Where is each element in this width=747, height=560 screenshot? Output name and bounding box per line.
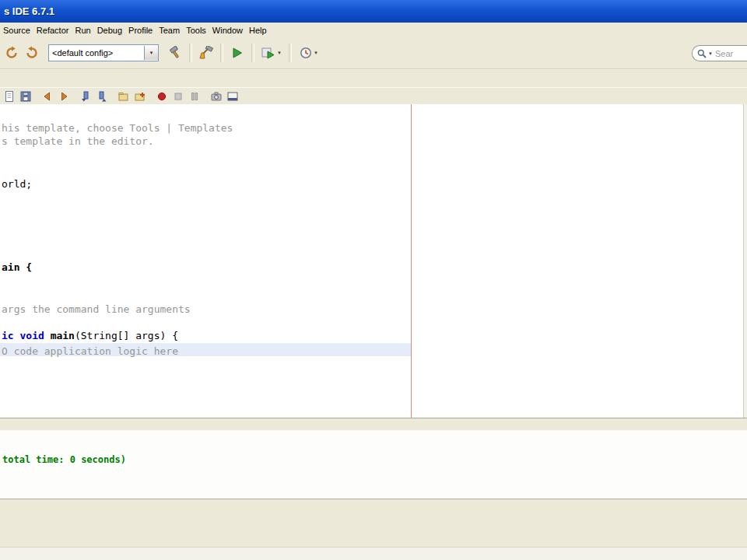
- snapshot-icon: [210, 90, 223, 103]
- menu-item-debug[interactable]: Debug: [94, 24, 125, 37]
- code-text: (String[] args) {: [75, 330, 178, 341]
- redo-icon: [25, 46, 39, 60]
- debug-project-button[interactable]: ▼: [258, 43, 285, 63]
- editor[interactable]: his template, choose Tools | Templates s…: [0, 104, 747, 418]
- secondary-toolbar: [0, 87, 747, 105]
- code-line: his template, choose Tools | Templates: [2, 121, 233, 135]
- forward-icon: [58, 90, 70, 103]
- debug-project-icon: [261, 47, 275, 59]
- clean-and-build-project-icon: [198, 46, 214, 60]
- menu-item-help[interactable]: Help: [246, 24, 270, 37]
- open-folder-icon: [117, 90, 130, 103]
- code-line: orld;: [2, 177, 32, 191]
- add-folder-icon: [134, 90, 146, 103]
- menu-item-tools[interactable]: Tools: [183, 24, 209, 37]
- add-folder-button[interactable]: [132, 89, 148, 104]
- pause-button[interactable]: [187, 89, 202, 104]
- build-project-icon: [168, 46, 182, 60]
- previous-bookmark-button[interactable]: [78, 89, 93, 104]
- chevron-down-icon: ▼: [708, 51, 713, 56]
- combo-dropdown-button[interactable]: ▼: [144, 46, 158, 60]
- run-project-button[interactable]: [227, 43, 247, 63]
- editor-scrollbar[interactable]: [743, 104, 747, 418]
- back-button[interactable]: [40, 89, 55, 104]
- output-panel: total time: 0 seconds): [0, 430, 747, 499]
- titlebar: s IDE 6.7.1: [0, 0, 747, 23]
- code-keyword: ic void: [2, 330, 51, 341]
- profile-project-icon: [300, 47, 312, 59]
- chevron-down-icon: ▼: [277, 51, 282, 55]
- search-icon: [697, 49, 707, 58]
- splitter[interactable]: [0, 418, 747, 431]
- chevron-down-icon: ▼: [314, 51, 318, 55]
- menu-item-run[interactable]: Run: [72, 24, 93, 37]
- toolbar-separator: [220, 44, 223, 62]
- previous-bookmark-icon: [79, 90, 92, 103]
- redo-button[interactable]: [22, 43, 42, 63]
- undo-button[interactable]: [2, 43, 22, 63]
- code-line: ain {: [2, 261, 32, 274]
- dock-window-button[interactable]: [225, 89, 240, 104]
- code-line: args the command line arguments: [2, 303, 191, 316]
- toolbar-separator: [189, 44, 192, 62]
- window-title: s IDE 6.7.1: [4, 5, 54, 17]
- next-bookmark-icon: [96, 90, 108, 103]
- dock-window-icon: [226, 90, 239, 103]
- config-combobox[interactable]: <default config> ▼: [48, 44, 159, 61]
- save-all-icon: [19, 90, 32, 103]
- code-line: O code application logic here: [2, 345, 178, 358]
- new-file-button[interactable]: [2, 89, 17, 104]
- menu-item-refactor[interactable]: Refactor: [33, 24, 72, 37]
- undo-icon: [5, 46, 19, 60]
- save-all-button[interactable]: [18, 89, 33, 104]
- record-button[interactable]: [154, 89, 170, 104]
- config-combobox-value: <default config>: [49, 48, 144, 58]
- status-bar: [0, 547, 747, 560]
- main-toolbar: <default config> ▼: [0, 37, 747, 69]
- menu-item-team[interactable]: Team: [156, 24, 183, 37]
- menu-item-window[interactable]: Window: [209, 24, 246, 37]
- status-bar-area: [0, 499, 747, 560]
- back-icon: [41, 90, 54, 103]
- stop-icon: [172, 90, 184, 103]
- forward-button[interactable]: [56, 89, 72, 104]
- toolbar-separator: [289, 44, 292, 62]
- right-margin-line: [411, 104, 412, 418]
- menu-item-source[interactable]: Source: [0, 24, 33, 37]
- code-method-name: main: [51, 330, 75, 341]
- profile-project-button[interactable]: ▼: [296, 43, 322, 63]
- build-output-text: total time: 0 seconds): [2, 454, 126, 465]
- snapshot-button[interactable]: [209, 89, 224, 104]
- run-project-icon: [231, 47, 244, 59]
- build-project-button[interactable]: [165, 43, 185, 63]
- clean-and-build-project-button[interactable]: [196, 43, 216, 63]
- search-placeholder: Sear: [715, 49, 733, 58]
- netbeans-window: s IDE 6.7.1 Source Refactor Run Debug Pr…: [0, 0, 747, 560]
- menubar: Source Refactor Run Debug Profile Team T…: [0, 23, 747, 37]
- record-icon: [156, 90, 168, 103]
- new-file-icon: [3, 90, 16, 103]
- menu-item-profile[interactable]: Profile: [125, 24, 156, 37]
- next-bookmark-button[interactable]: [94, 89, 110, 104]
- code-line: ic void main(String[] args) {: [2, 329, 178, 342]
- chevron-down-icon: ▼: [149, 51, 154, 55]
- open-folder-button[interactable]: [116, 89, 132, 104]
- toolbar-separator: [251, 44, 254, 62]
- pause-icon: [188, 90, 201, 103]
- search-box[interactable]: ▼ Sear: [692, 45, 747, 61]
- code-line: s template in the editor.: [2, 135, 154, 148]
- stop-button[interactable]: [170, 89, 186, 104]
